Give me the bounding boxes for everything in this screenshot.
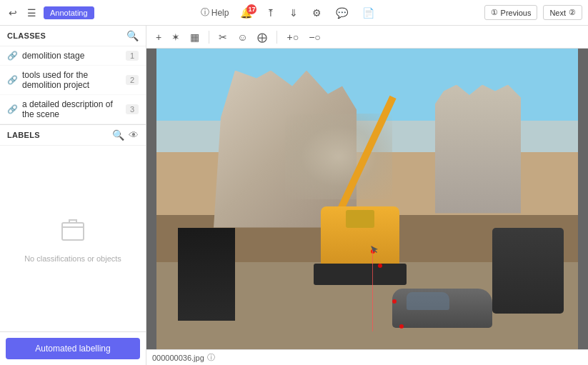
excavator-body	[321, 206, 399, 271]
labels-title: Labels	[7, 131, 40, 139]
download-button[interactable]: ⇓	[286, 6, 301, 20]
help-button[interactable]: ⓘ Help	[201, 6, 229, 19]
prev-icon: ①	[491, 8, 498, 17]
toolbar-separator-2	[276, 31, 277, 44]
settings-button[interactable]: ⚙	[309, 6, 324, 20]
file-info-icon[interactable]: ⓘ	[207, 352, 215, 363]
chat-button[interactable]: 💬	[333, 6, 351, 20]
main-layout: Classes 🔍 🔗 demolition stage 1 🔗 tools u…	[0, 26, 588, 365]
filename-label: 000000036.jpg	[152, 354, 204, 362]
auto-label-button[interactable]: Automated labelling	[6, 338, 140, 359]
vehicle-right	[492, 228, 564, 314]
class-item-0[interactable]: 🔗 demolition stage 1	[0, 46, 146, 66]
classes-list: 🔗 demolition stage 1 🔗 tools used for th…	[0, 46, 146, 124]
sidebar: Classes 🔍 🔗 demolition stage 1 🔗 tools u…	[0, 26, 146, 365]
annotation-toolbar: + ✶ ▦ ✂ ☺ ⨁ +○ −○	[146, 26, 588, 49]
notifications-area: 🔔 17	[237, 6, 255, 20]
class-count-1: 2	[126, 75, 139, 85]
car-wreck	[392, 289, 492, 328]
svg-marker-1	[371, 246, 378, 253]
class-item-2[interactable]: 🔗 a detailed description of the scene 3	[0, 95, 146, 124]
menu-button[interactable]: ☰	[24, 6, 39, 20]
classes-title: Classes	[7, 31, 46, 40]
annotating-badge: Annotating	[44, 6, 94, 19]
classes-section-header: Classes 🔍	[0, 26, 146, 46]
top-bar: ↩ ☰ Annotating ⓘ Help 🔔 17 ⤒ ⇓ ⚙ 💬 📄 ① P…	[0, 0, 588, 26]
annotation-dot-2	[378, 264, 382, 268]
labels-empty-text: No classifications or objects	[24, 254, 121, 263]
share-button[interactable]: ⤒	[264, 6, 278, 20]
image-area[interactable]	[146, 49, 588, 349]
labels-empty-state: No classifications or objects	[0, 146, 146, 331]
class-icon-0: 🔗	[7, 51, 18, 61]
zoom-out-button[interactable]: −○	[305, 29, 324, 45]
file-button[interactable]: 📄	[359, 6, 377, 20]
labels-tools: 🔍 👁	[112, 129, 139, 141]
labels-visibility-button[interactable]: 👁	[129, 129, 139, 141]
class-count-2: 3	[126, 104, 139, 114]
svg-rect-0	[62, 223, 84, 240]
class-icon-2: 🔗	[7, 104, 18, 114]
emoji-tool-button[interactable]: ☺	[234, 29, 251, 45]
labels-header: Labels 🔍 👁	[0, 125, 146, 146]
cut-tool-button[interactable]: ✂	[215, 29, 231, 45]
classes-search-button[interactable]: 🔍	[126, 30, 139, 41]
excavator-tracks	[314, 264, 407, 285]
class-icon-1: 🔗	[7, 75, 18, 85]
add-tool-button[interactable]: +	[152, 29, 165, 45]
class-item-1[interactable]: 🔗 tools used for the demolition project …	[0, 66, 146, 95]
building-right	[435, 85, 521, 214]
class-name-2: a detailed description of the scene	[22, 99, 121, 119]
annotation-canvas[interactable]	[156, 49, 578, 349]
notification-count: 17	[246, 4, 256, 14]
top-bar-center: ⓘ Help 🔔 17 ⤒ ⇓ ⚙ 💬 📄	[201, 6, 378, 20]
image-footer: 000000036.jpg ⓘ	[146, 349, 588, 365]
class-name-1: tools used for the demolition project	[22, 70, 121, 90]
annotation-dot-4	[399, 324, 404, 329]
class-name-0: demolition stage	[22, 51, 121, 61]
cursor-indicator	[371, 246, 379, 254]
toolbar-separator-1	[209, 31, 209, 44]
class-count-0: 1	[126, 51, 139, 61]
previous-button[interactable]: ① Previous	[484, 5, 538, 20]
labels-section: Labels 🔍 👁 No classifications or objects	[0, 124, 146, 331]
empty-labels-icon	[59, 214, 87, 249]
labels-search-button[interactable]: 🔍	[112, 129, 124, 141]
undo-button[interactable]: ↩	[6, 6, 20, 20]
star-tool-button[interactable]: ✶	[168, 29, 184, 45]
black-container	[178, 228, 235, 321]
annotation-dot-3	[392, 299, 397, 304]
car-window	[407, 292, 449, 310]
next-button[interactable]: Next ②	[543, 5, 582, 20]
top-bar-left: ↩ ☰ Annotating	[6, 6, 94, 20]
crosshair-tool-button[interactable]: ⨁	[254, 29, 271, 45]
zoom-in-button[interactable]: +○	[283, 29, 302, 45]
next-icon: ②	[569, 8, 576, 17]
canvas-area: + ✶ ▦ ✂ ☺ ⨁ +○ −○	[146, 26, 588, 365]
sidebar-bottom: Automated labelling	[0, 331, 146, 365]
help-icon: ⓘ	[201, 6, 209, 19]
top-bar-right: ① Previous Next ②	[484, 5, 582, 20]
bbox-tool-button[interactable]: ▦	[186, 29, 203, 45]
